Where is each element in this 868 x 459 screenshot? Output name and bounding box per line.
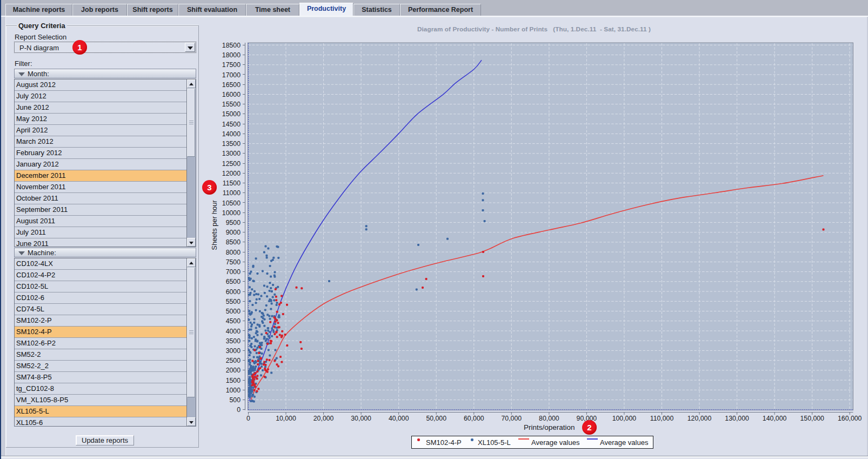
svg-text:60,000: 60,000 <box>464 415 484 422</box>
svg-text:0: 0 <box>237 406 241 414</box>
svg-text:5500: 5500 <box>226 298 241 305</box>
svg-text:40,000: 40,000 <box>389 415 409 422</box>
svg-text:6500: 6500 <box>226 278 241 285</box>
svg-text:10,000: 10,000 <box>276 415 296 422</box>
svg-text:1500: 1500 <box>226 377 241 384</box>
svg-text:Diagram of Productivity - Numb: Diagram of Productivity - Number of Prin… <box>417 25 651 32</box>
svg-text:17000: 17000 <box>222 71 241 79</box>
svg-text:15500: 15500 <box>222 101 241 108</box>
svg-text:4000: 4000 <box>226 328 241 335</box>
svg-text:12000: 12000 <box>222 170 241 177</box>
svg-text:11000: 11000 <box>223 189 241 197</box>
svg-text:9500: 9500 <box>226 219 241 227</box>
svg-text:18000: 18000 <box>222 51 241 59</box>
svg-text:17500: 17500 <box>222 61 241 69</box>
svg-text:14000: 14000 <box>222 130 241 138</box>
svg-text:3000: 3000 <box>226 347 241 355</box>
svg-text:110,000: 110,000 <box>650 415 674 422</box>
svg-text:70,000: 70,000 <box>501 415 522 422</box>
svg-text:100,000: 100,000 <box>612 415 637 422</box>
svg-text:2000: 2000 <box>226 367 241 374</box>
svg-text:20,000: 20,000 <box>313 415 334 422</box>
svg-text:10500: 10500 <box>222 199 241 207</box>
svg-text:16500: 16500 <box>222 81 241 89</box>
svg-text:8500: 8500 <box>226 238 241 246</box>
svg-text:500: 500 <box>229 396 241 404</box>
svg-text:11500: 11500 <box>223 179 241 187</box>
svg-text:130,000: 130,000 <box>725 415 749 422</box>
svg-text:6000: 6000 <box>226 288 241 296</box>
svg-text:30,000: 30,000 <box>351 415 371 422</box>
svg-text:13000: 13000 <box>222 150 241 157</box>
svg-text:7000: 7000 <box>226 268 241 276</box>
svg-text:5000: 5000 <box>226 308 241 315</box>
svg-text:15000: 15000 <box>222 110 241 118</box>
svg-text:14500: 14500 <box>222 121 241 128</box>
svg-text:10000: 10000 <box>222 209 241 217</box>
svg-text:80,000: 80,000 <box>539 415 559 422</box>
svg-text:7500: 7500 <box>226 258 241 266</box>
svg-text:150,000: 150,000 <box>800 415 824 422</box>
svg-text:8000: 8000 <box>226 249 241 256</box>
svg-text:0: 0 <box>246 415 250 422</box>
svg-text:120,000: 120,000 <box>687 415 712 422</box>
svg-text:3500: 3500 <box>226 337 241 345</box>
svg-text:140,000: 140,000 <box>763 415 787 422</box>
svg-text:50,000: 50,000 <box>426 415 446 422</box>
svg-text:12500: 12500 <box>222 160 241 168</box>
svg-text:16000: 16000 <box>222 91 241 98</box>
svg-text:2500: 2500 <box>226 357 241 364</box>
svg-text:9000: 9000 <box>226 229 241 236</box>
svg-text:160,000: 160,000 <box>838 415 862 422</box>
svg-text:18500: 18500 <box>222 42 241 49</box>
svg-text:1000: 1000 <box>226 387 241 394</box>
svg-text:4500: 4500 <box>226 317 241 325</box>
svg-text:13500: 13500 <box>222 140 241 148</box>
